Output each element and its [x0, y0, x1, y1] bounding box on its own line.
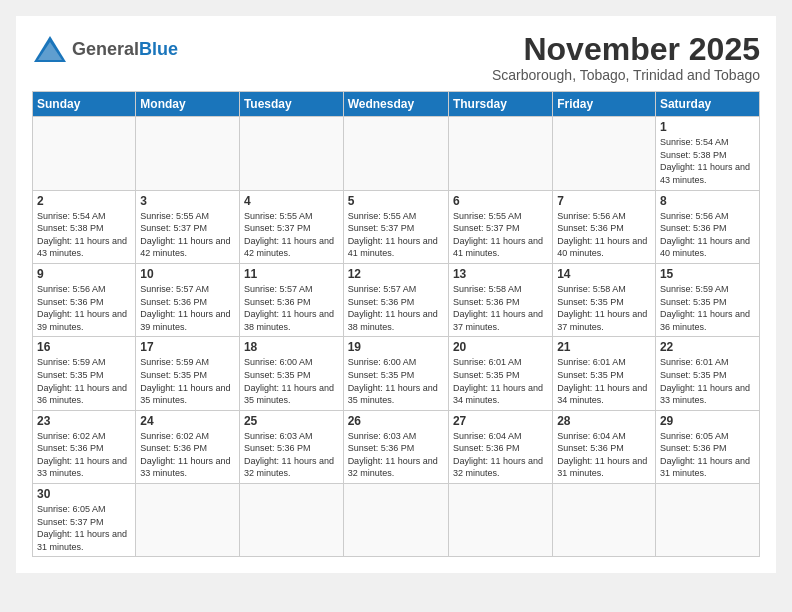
day-number: 28: [557, 414, 651, 428]
calendar-cell: 7Sunrise: 5:56 AM Sunset: 5:36 PM Daylig…: [553, 190, 656, 263]
col-thursday: Thursday: [448, 92, 552, 117]
page: GeneralBlue November 2025 Scarborough, T…: [16, 16, 776, 573]
day-number: 23: [37, 414, 131, 428]
day-info: Sunrise: 6:03 AM Sunset: 5:36 PM Dayligh…: [348, 430, 444, 480]
location-subtitle: Scarborough, Tobago, Trinidad and Tobago: [492, 67, 760, 83]
day-info: Sunrise: 5:57 AM Sunset: 5:36 PM Dayligh…: [140, 283, 235, 333]
col-monday: Monday: [136, 92, 240, 117]
day-number: 8: [660, 194, 755, 208]
calendar-cell: 27Sunrise: 6:04 AM Sunset: 5:36 PM Dayli…: [448, 410, 552, 483]
title-section: November 2025 Scarborough, Tobago, Trini…: [492, 32, 760, 83]
calendar-cell: [448, 117, 552, 190]
header: GeneralBlue November 2025 Scarborough, T…: [32, 32, 760, 83]
logo-icon: [32, 32, 68, 68]
day-number: 17: [140, 340, 235, 354]
day-number: 16: [37, 340, 131, 354]
calendar-cell: 21Sunrise: 6:01 AM Sunset: 5:35 PM Dayli…: [553, 337, 656, 410]
calendar-cell: 10Sunrise: 5:57 AM Sunset: 5:36 PM Dayli…: [136, 263, 240, 336]
day-number: 9: [37, 267, 131, 281]
calendar-cell: 19Sunrise: 6:00 AM Sunset: 5:35 PM Dayli…: [343, 337, 448, 410]
day-number: 29: [660, 414, 755, 428]
day-number: 20: [453, 340, 548, 354]
calendar-cell: [136, 484, 240, 557]
calendar-week-0: 1Sunrise: 5:54 AM Sunset: 5:38 PM Daylig…: [33, 117, 760, 190]
col-tuesday: Tuesday: [239, 92, 343, 117]
day-number: 30: [37, 487, 131, 501]
day-number: 11: [244, 267, 339, 281]
day-number: 5: [348, 194, 444, 208]
day-info: Sunrise: 5:57 AM Sunset: 5:36 PM Dayligh…: [348, 283, 444, 333]
day-number: 3: [140, 194, 235, 208]
calendar-cell: 3Sunrise: 5:55 AM Sunset: 5:37 PM Daylig…: [136, 190, 240, 263]
logo: GeneralBlue: [32, 32, 178, 68]
calendar-cell: 17Sunrise: 5:59 AM Sunset: 5:35 PM Dayli…: [136, 337, 240, 410]
day-info: Sunrise: 6:04 AM Sunset: 5:36 PM Dayligh…: [557, 430, 651, 480]
calendar-body: 1Sunrise: 5:54 AM Sunset: 5:38 PM Daylig…: [33, 117, 760, 557]
calendar-cell: 1Sunrise: 5:54 AM Sunset: 5:38 PM Daylig…: [655, 117, 759, 190]
col-friday: Friday: [553, 92, 656, 117]
logo-svg: [32, 32, 68, 68]
day-number: 22: [660, 340, 755, 354]
day-info: Sunrise: 5:55 AM Sunset: 5:37 PM Dayligh…: [140, 210, 235, 260]
calendar-cell: 8Sunrise: 5:56 AM Sunset: 5:36 PM Daylig…: [655, 190, 759, 263]
day-number: 2: [37, 194, 131, 208]
day-number: 21: [557, 340, 651, 354]
calendar-cell: 28Sunrise: 6:04 AM Sunset: 5:36 PM Dayli…: [553, 410, 656, 483]
month-title: November 2025: [492, 32, 760, 67]
day-info: Sunrise: 5:54 AM Sunset: 5:38 PM Dayligh…: [37, 210, 131, 260]
calendar-cell: 2Sunrise: 5:54 AM Sunset: 5:38 PM Daylig…: [33, 190, 136, 263]
calendar-cell: 20Sunrise: 6:01 AM Sunset: 5:35 PM Dayli…: [448, 337, 552, 410]
calendar-cell: [136, 117, 240, 190]
day-info: Sunrise: 6:01 AM Sunset: 5:35 PM Dayligh…: [453, 356, 548, 406]
day-number: 19: [348, 340, 444, 354]
day-info: Sunrise: 5:59 AM Sunset: 5:35 PM Dayligh…: [660, 283, 755, 333]
calendar-cell: 18Sunrise: 6:00 AM Sunset: 5:35 PM Dayli…: [239, 337, 343, 410]
day-info: Sunrise: 5:56 AM Sunset: 5:36 PM Dayligh…: [37, 283, 131, 333]
calendar-week-4: 23Sunrise: 6:02 AM Sunset: 5:36 PM Dayli…: [33, 410, 760, 483]
day-info: Sunrise: 6:02 AM Sunset: 5:36 PM Dayligh…: [140, 430, 235, 480]
calendar-cell: [553, 117, 656, 190]
calendar-cell: 4Sunrise: 5:55 AM Sunset: 5:37 PM Daylig…: [239, 190, 343, 263]
day-info: Sunrise: 5:58 AM Sunset: 5:35 PM Dayligh…: [557, 283, 651, 333]
calendar-cell: [33, 117, 136, 190]
calendar-cell: [655, 484, 759, 557]
day-number: 13: [453, 267, 548, 281]
day-info: Sunrise: 6:01 AM Sunset: 5:35 PM Dayligh…: [660, 356, 755, 406]
calendar-cell: 22Sunrise: 6:01 AM Sunset: 5:35 PM Dayli…: [655, 337, 759, 410]
day-number: 15: [660, 267, 755, 281]
day-info: Sunrise: 6:00 AM Sunset: 5:35 PM Dayligh…: [244, 356, 339, 406]
calendar-cell: 11Sunrise: 5:57 AM Sunset: 5:36 PM Dayli…: [239, 263, 343, 336]
calendar-week-1: 2Sunrise: 5:54 AM Sunset: 5:38 PM Daylig…: [33, 190, 760, 263]
day-number: 25: [244, 414, 339, 428]
day-number: 26: [348, 414, 444, 428]
day-info: Sunrise: 5:59 AM Sunset: 5:35 PM Dayligh…: [140, 356, 235, 406]
calendar-cell: 29Sunrise: 6:05 AM Sunset: 5:36 PM Dayli…: [655, 410, 759, 483]
calendar-cell: 26Sunrise: 6:03 AM Sunset: 5:36 PM Dayli…: [343, 410, 448, 483]
day-info: Sunrise: 5:54 AM Sunset: 5:38 PM Dayligh…: [660, 136, 755, 186]
calendar-cell: 12Sunrise: 5:57 AM Sunset: 5:36 PM Dayli…: [343, 263, 448, 336]
calendar-week-3: 16Sunrise: 5:59 AM Sunset: 5:35 PM Dayli…: [33, 337, 760, 410]
day-info: Sunrise: 6:02 AM Sunset: 5:36 PM Dayligh…: [37, 430, 131, 480]
col-wednesday: Wednesday: [343, 92, 448, 117]
day-info: Sunrise: 6:05 AM Sunset: 5:36 PM Dayligh…: [660, 430, 755, 480]
calendar-cell: 13Sunrise: 5:58 AM Sunset: 5:36 PM Dayli…: [448, 263, 552, 336]
calendar-cell: 24Sunrise: 6:02 AM Sunset: 5:36 PM Dayli…: [136, 410, 240, 483]
day-number: 7: [557, 194, 651, 208]
day-info: Sunrise: 6:04 AM Sunset: 5:36 PM Dayligh…: [453, 430, 548, 480]
day-info: Sunrise: 5:56 AM Sunset: 5:36 PM Dayligh…: [660, 210, 755, 260]
day-info: Sunrise: 6:03 AM Sunset: 5:36 PM Dayligh…: [244, 430, 339, 480]
calendar-cell: 15Sunrise: 5:59 AM Sunset: 5:35 PM Dayli…: [655, 263, 759, 336]
calendar-week-2: 9Sunrise: 5:56 AM Sunset: 5:36 PM Daylig…: [33, 263, 760, 336]
day-info: Sunrise: 5:59 AM Sunset: 5:35 PM Dayligh…: [37, 356, 131, 406]
day-info: Sunrise: 6:01 AM Sunset: 5:35 PM Dayligh…: [557, 356, 651, 406]
day-number: 1: [660, 120, 755, 134]
day-info: Sunrise: 5:55 AM Sunset: 5:37 PM Dayligh…: [244, 210, 339, 260]
day-number: 12: [348, 267, 444, 281]
day-number: 18: [244, 340, 339, 354]
calendar-table: Sunday Monday Tuesday Wednesday Thursday…: [32, 91, 760, 557]
calendar-cell: [239, 484, 343, 557]
calendar-header-row: Sunday Monday Tuesday Wednesday Thursday…: [33, 92, 760, 117]
calendar-cell: 14Sunrise: 5:58 AM Sunset: 5:35 PM Dayli…: [553, 263, 656, 336]
calendar-cell: [343, 484, 448, 557]
calendar-cell: 23Sunrise: 6:02 AM Sunset: 5:36 PM Dayli…: [33, 410, 136, 483]
